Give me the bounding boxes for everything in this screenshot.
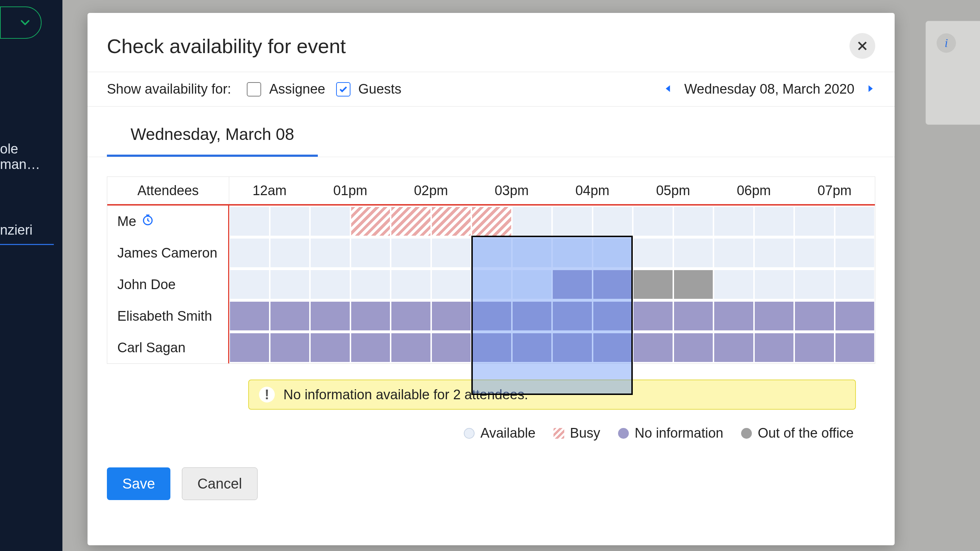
halfhour-cell[interactable] bbox=[512, 238, 552, 268]
halfhour-cell[interactable] bbox=[391, 301, 431, 331]
halfhour-cell[interactable] bbox=[754, 333, 795, 363]
halfhour-cell[interactable] bbox=[794, 301, 835, 331]
halfhour-cell[interactable] bbox=[673, 269, 714, 299]
halfhour-cell[interactable] bbox=[229, 269, 270, 299]
prev-day-button[interactable] bbox=[663, 81, 673, 97]
guests-checkbox[interactable] bbox=[336, 82, 350, 97]
halfhour-cell[interactable] bbox=[593, 238, 633, 268]
halfhour-cell[interactable] bbox=[350, 238, 391, 268]
halfhour-cell[interactable] bbox=[754, 206, 795, 236]
halfhour-cell[interactable] bbox=[593, 269, 633, 299]
halfhour-cell[interactable] bbox=[673, 301, 714, 331]
halfhour-cell[interactable] bbox=[552, 238, 593, 268]
halfhour-cell[interactable] bbox=[310, 269, 350, 299]
halfhour-cell[interactable] bbox=[350, 333, 391, 363]
halfhour-cell[interactable] bbox=[512, 301, 552, 331]
halfhour-cell[interactable] bbox=[754, 301, 795, 331]
halfhour-cell[interactable] bbox=[552, 333, 593, 363]
sidebar-item-2[interactable]: nzieri bbox=[0, 222, 35, 238]
halfhour-cell[interactable] bbox=[270, 269, 310, 299]
halfhour-cell[interactable] bbox=[471, 301, 512, 331]
halfhour-cell[interactable] bbox=[673, 238, 714, 268]
halfhour-cell[interactable] bbox=[593, 333, 633, 363]
attendee-cells[interactable] bbox=[229, 300, 875, 332]
halfhour-cell[interactable] bbox=[713, 238, 754, 268]
halfhour-cell[interactable] bbox=[229, 206, 270, 236]
halfhour-cell[interactable] bbox=[835, 238, 875, 268]
save-button[interactable]: Save bbox=[107, 467, 170, 500]
halfhour-cell[interactable] bbox=[229, 238, 270, 268]
halfhour-cell[interactable] bbox=[471, 238, 512, 268]
halfhour-cell[interactable] bbox=[431, 269, 472, 299]
next-day-button[interactable] bbox=[865, 81, 875, 97]
halfhour-cell[interactable] bbox=[633, 238, 673, 268]
halfhour-cell[interactable] bbox=[794, 333, 835, 363]
halfhour-cell[interactable] bbox=[552, 301, 593, 331]
halfhour-cell[interactable] bbox=[835, 269, 875, 299]
close-button[interactable] bbox=[850, 33, 875, 59]
halfhour-cell[interactable] bbox=[431, 238, 472, 268]
halfhour-cell[interactable] bbox=[471, 269, 512, 299]
attendee-cells[interactable] bbox=[229, 205, 875, 237]
halfhour-cell[interactable] bbox=[713, 269, 754, 299]
halfhour-cell[interactable] bbox=[512, 269, 552, 299]
halfhour-cell[interactable] bbox=[593, 301, 633, 331]
time-columns: 12am01pm02pm03pm04pm05pm06pm07pm bbox=[229, 177, 875, 204]
halfhour-cell[interactable] bbox=[310, 301, 350, 331]
halfhour-cell[interactable] bbox=[350, 206, 391, 236]
halfhour-cell[interactable] bbox=[835, 301, 875, 331]
halfhour-cell[interactable] bbox=[391, 206, 431, 236]
halfhour-cell[interactable] bbox=[633, 301, 673, 331]
halfhour-cell[interactable] bbox=[835, 206, 875, 236]
halfhour-cell[interactable] bbox=[673, 333, 714, 363]
assignee-checkbox[interactable] bbox=[247, 82, 261, 97]
legend-busy: Busy bbox=[554, 425, 600, 441]
halfhour-cell[interactable] bbox=[391, 269, 431, 299]
halfhour-cell[interactable] bbox=[754, 269, 795, 299]
halfhour-cell[interactable] bbox=[229, 301, 270, 331]
halfhour-cell[interactable] bbox=[673, 206, 714, 236]
halfhour-cell[interactable] bbox=[431, 301, 472, 331]
halfhour-cell[interactable] bbox=[835, 333, 875, 363]
sidebar-item-1[interactable]: ole man… bbox=[0, 141, 62, 172]
halfhour-cell[interactable] bbox=[270, 301, 310, 331]
halfhour-cell[interactable] bbox=[310, 238, 350, 268]
halfhour-cell[interactable] bbox=[391, 238, 431, 268]
halfhour-cell[interactable] bbox=[270, 238, 310, 268]
halfhour-cell[interactable] bbox=[593, 206, 633, 236]
halfhour-cell[interactable] bbox=[471, 333, 512, 363]
halfhour-cell[interactable] bbox=[633, 333, 673, 363]
halfhour-cell[interactable] bbox=[633, 269, 673, 299]
halfhour-cell[interactable] bbox=[471, 206, 512, 236]
halfhour-cell[interactable] bbox=[794, 269, 835, 299]
halfhour-cell[interactable] bbox=[270, 206, 310, 236]
halfhour-cell[interactable] bbox=[633, 206, 673, 236]
cancel-button[interactable]: Cancel bbox=[182, 467, 258, 500]
halfhour-cell[interactable] bbox=[754, 238, 795, 268]
halfhour-cell[interactable] bbox=[713, 333, 754, 363]
halfhour-cell[interactable] bbox=[431, 206, 472, 236]
sidebar-dropdown-button[interactable] bbox=[0, 6, 41, 39]
halfhour-cell[interactable] bbox=[310, 333, 350, 363]
halfhour-cell[interactable] bbox=[552, 206, 593, 236]
halfhour-cell[interactable] bbox=[350, 301, 391, 331]
availability-grid: Attendees 12am01pm02pm03pm04pm05pm06pm07… bbox=[107, 177, 875, 364]
halfhour-cell[interactable] bbox=[270, 333, 310, 363]
halfhour-cell[interactable] bbox=[391, 333, 431, 363]
halfhour-cell[interactable] bbox=[512, 333, 552, 363]
halfhour-cell[interactable] bbox=[552, 269, 593, 299]
halfhour-cell[interactable] bbox=[794, 238, 835, 268]
halfhour-cell[interactable] bbox=[350, 269, 391, 299]
halfhour-cell[interactable] bbox=[713, 301, 754, 331]
attendee-cells[interactable] bbox=[229, 332, 875, 363]
halfhour-cell[interactable] bbox=[431, 333, 472, 363]
attendee-cells[interactable] bbox=[229, 269, 875, 300]
halfhour-cell[interactable] bbox=[713, 206, 754, 236]
halfhour-cell[interactable] bbox=[794, 206, 835, 236]
date-tab[interactable]: Wednesday, March 08 bbox=[107, 124, 318, 157]
attendee-cells[interactable] bbox=[229, 237, 875, 269]
halfhour-cell[interactable] bbox=[512, 206, 552, 236]
working-hours-icon[interactable] bbox=[142, 213, 154, 229]
halfhour-cell[interactable] bbox=[310, 206, 350, 236]
halfhour-cell[interactable] bbox=[229, 333, 270, 363]
